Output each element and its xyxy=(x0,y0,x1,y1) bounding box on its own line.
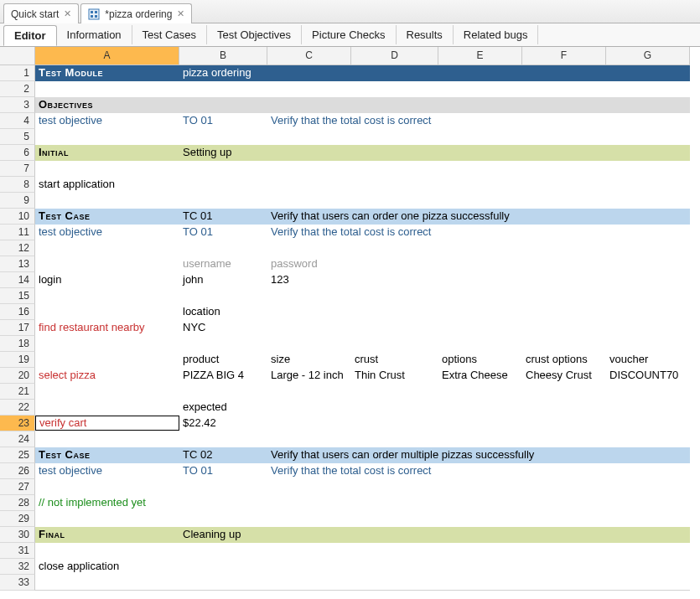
cell-D9[interactable] xyxy=(351,193,438,209)
cell-B33[interactable] xyxy=(179,575,267,591)
cell-A25[interactable]: Test Case xyxy=(35,447,179,463)
cell-F17[interactable] xyxy=(522,320,606,336)
cell-D13[interactable] xyxy=(351,256,438,272)
cell-B3[interactable] xyxy=(179,97,267,113)
cell-F3[interactable] xyxy=(522,97,606,113)
cell-A23[interactable]: verify cart xyxy=(35,416,179,431)
cell-G17[interactable] xyxy=(606,320,690,336)
cell-C24[interactable] xyxy=(267,431,351,447)
cell-E9[interactable] xyxy=(438,193,522,209)
row-header[interactable]: 16 xyxy=(0,304,35,320)
cell-A8[interactable]: start application xyxy=(35,177,179,193)
cell-C11[interactable]: Verify that the total cost is correct xyxy=(267,225,690,240)
cell-A15[interactable] xyxy=(35,288,179,304)
row-header[interactable]: 26 xyxy=(0,463,35,479)
cell-G30[interactable] xyxy=(606,527,690,543)
column-header-B[interactable]: B xyxy=(179,47,267,65)
cell-C16[interactable] xyxy=(267,304,351,320)
row-header[interactable]: 28 xyxy=(0,495,35,511)
cell-E27[interactable] xyxy=(438,479,522,495)
cell-B7[interactable] xyxy=(179,161,267,177)
cell-E22[interactable] xyxy=(438,400,522,416)
cell-C30[interactable] xyxy=(267,527,351,543)
cell-B15[interactable] xyxy=(179,288,267,304)
cell-E8[interactable] xyxy=(438,177,522,193)
row-header[interactable]: 30 xyxy=(0,527,35,543)
cell-B14[interactable]: john xyxy=(179,272,267,288)
cell-F12[interactable] xyxy=(522,240,606,256)
tab-picture-checks[interactable]: Picture Checks xyxy=(302,25,396,44)
cell-F14[interactable] xyxy=(522,272,606,288)
cell-C4[interactable]: Verify that the total cost is correct xyxy=(267,113,690,129)
cell-B26[interactable]: TO 01 xyxy=(179,463,267,479)
cell-B5[interactable] xyxy=(179,129,267,145)
cell-F7[interactable] xyxy=(522,161,606,177)
cell-G22[interactable] xyxy=(606,400,690,416)
row-header[interactable]: 20 xyxy=(0,368,35,384)
cell-D12[interactable] xyxy=(351,240,438,256)
cell-B12[interactable] xyxy=(179,240,267,256)
row-header[interactable]: 9 xyxy=(0,193,35,209)
cell-C7[interactable] xyxy=(267,161,351,177)
cell-F15[interactable] xyxy=(522,288,606,304)
cell-E16[interactable] xyxy=(438,304,522,320)
row-header[interactable]: 15 xyxy=(0,288,35,304)
cell-D22[interactable] xyxy=(351,400,438,416)
cell-C27[interactable] xyxy=(267,479,351,495)
cell-B29[interactable] xyxy=(179,511,267,527)
cell-A26[interactable]: test objective xyxy=(35,463,179,479)
column-header-C[interactable]: C xyxy=(267,47,351,65)
row-header[interactable]: 3 xyxy=(0,97,35,113)
cell-F24[interactable] xyxy=(522,431,606,447)
cell-G29[interactable] xyxy=(606,511,690,527)
close-icon[interactable]: ✕ xyxy=(64,8,71,19)
cell-G23[interactable] xyxy=(606,416,690,431)
cell-F32[interactable] xyxy=(522,559,606,575)
cell-G3[interactable] xyxy=(606,97,690,113)
cell-D5[interactable] xyxy=(351,129,438,145)
cell-F9[interactable] xyxy=(522,193,606,209)
row-header[interactable]: 11 xyxy=(0,225,35,240)
cell-C3[interactable] xyxy=(267,97,351,113)
cell-E21[interactable] xyxy=(438,384,522,400)
cell-F20[interactable]: Cheesy Crust xyxy=(522,368,606,384)
spreadsheet-grid[interactable]: ABCDEFG1Test Modulepizza ordering23Objec… xyxy=(0,47,700,591)
tab-information[interactable]: Information xyxy=(57,25,132,44)
cell-B32[interactable] xyxy=(179,559,267,575)
cell-D23[interactable] xyxy=(351,416,438,431)
cell-C14[interactable]: 123 xyxy=(267,272,351,288)
cell-G21[interactable] xyxy=(606,384,690,400)
cell-E24[interactable] xyxy=(438,431,522,447)
row-header[interactable]: 23 xyxy=(0,416,35,431)
cell-G20[interactable]: DISCOUNT70 xyxy=(606,368,690,384)
cell-D2[interactable] xyxy=(351,81,438,97)
cell-G8[interactable] xyxy=(606,177,690,193)
cell-E7[interactable] xyxy=(438,161,522,177)
row-header[interactable]: 31 xyxy=(0,543,35,559)
cell-C15[interactable] xyxy=(267,288,351,304)
tab-test-objectives[interactable]: Test Objectives xyxy=(207,25,302,44)
cell-B22[interactable]: expected xyxy=(179,400,267,416)
cell-A6[interactable]: Initial xyxy=(35,145,179,161)
cell-D16[interactable] xyxy=(351,304,438,320)
cell-C23[interactable] xyxy=(267,416,351,431)
cell-C21[interactable] xyxy=(267,384,351,400)
column-header-F[interactable]: F xyxy=(522,47,606,65)
cell-D17[interactable] xyxy=(351,320,438,336)
cell-E33[interactable] xyxy=(438,575,522,591)
cell-C13[interactable]: password xyxy=(267,256,351,272)
cell-D20[interactable]: Thin Crust xyxy=(351,368,438,384)
cell-D19[interactable]: crust xyxy=(351,352,438,368)
row-header[interactable]: 21 xyxy=(0,384,35,400)
cell-A16[interactable] xyxy=(35,304,179,320)
cell-A5[interactable] xyxy=(35,129,179,145)
tab-results[interactable]: Results xyxy=(397,25,454,44)
cell-F23[interactable] xyxy=(522,416,606,431)
cell-G5[interactable] xyxy=(606,129,690,145)
cell-B21[interactable] xyxy=(179,384,267,400)
cell-C29[interactable] xyxy=(267,511,351,527)
cell-A24[interactable] xyxy=(35,431,179,447)
cell-C33[interactable] xyxy=(267,575,351,591)
cell-A20[interactable]: select pizza xyxy=(35,368,179,384)
cell-D1[interactable] xyxy=(351,65,438,81)
